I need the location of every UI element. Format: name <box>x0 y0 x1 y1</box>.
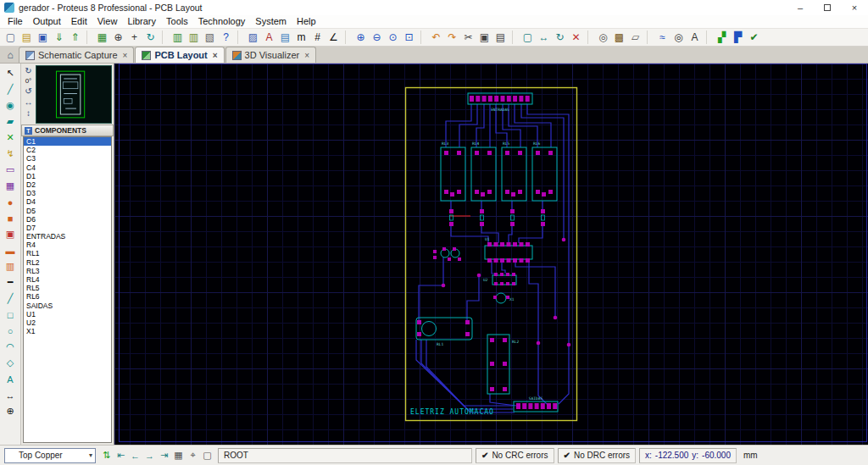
component-list-item[interactable]: D6 <box>24 215 111 224</box>
component-list-item[interactable]: RL4 <box>24 275 111 284</box>
block-rotate-icon[interactable]: ↻ <box>552 30 568 46</box>
smt-pad-icon[interactable]: ▬ <box>2 242 19 258</box>
component-list-item[interactable]: C2 <box>24 146 111 154</box>
component-mode-icon[interactable]: ▭ <box>2 162 19 178</box>
block-move-icon[interactable]: ↔ <box>536 30 552 46</box>
dimension-icon[interactable]: ↔ <box>2 387 19 403</box>
paste-icon[interactable]: ▤ <box>492 30 509 46</box>
2d-path-icon[interactable]: ◇ <box>2 355 19 371</box>
text-style-icon[interactable]: A <box>261 30 277 46</box>
2d-circle-icon[interactable]: ○ <box>2 323 19 339</box>
tab-close-icon[interactable]: × <box>213 51 218 60</box>
zoom-area-icon[interactable]: ⊡ <box>401 30 417 46</box>
relay-rl5[interactable]: RL5 <box>502 141 526 201</box>
track-mode-icon[interactable]: ╱ <box>2 81 19 97</box>
discrete-components[interactable] <box>433 247 461 261</box>
component-list-item[interactable]: RL6 <box>24 292 111 301</box>
export-section-icon[interactable]: ⇑ <box>67 30 83 46</box>
component-list-item[interactable]: U2 <box>24 318 111 327</box>
zoom-out-icon[interactable]: ⊖ <box>369 30 385 46</box>
redo-icon[interactable]: ↷ <box>444 30 460 46</box>
zoom-in-icon[interactable]: ⊕ <box>353 30 369 46</box>
menu-view[interactable]: View <box>92 15 123 28</box>
pcb-canvas[interactable]: ENTRADAS RL3 RL4 RL5 RL6 <box>114 64 868 445</box>
search-tag-icon[interactable]: ◎ <box>670 30 687 46</box>
component-list-item[interactable]: D1 <box>24 172 111 180</box>
padstack-icon[interactable]: ▥ <box>2 258 19 274</box>
component-list-item[interactable]: D5 <box>24 207 111 215</box>
help-icon[interactable]: ? <box>218 30 234 46</box>
component-list-item[interactable]: C3 <box>24 154 111 163</box>
menu-edit[interactable]: Edit <box>66 15 92 28</box>
component-list-item[interactable]: RL3 <box>24 267 111 275</box>
square-pad-icon[interactable]: ■ <box>2 210 19 226</box>
menu-system[interactable]: System <box>250 15 292 28</box>
goto-first-layer-icon[interactable]: ⇤ <box>114 448 128 462</box>
ratsnest-icon[interactable]: ▞ <box>714 30 730 46</box>
cursor-snap-icon[interactable]: + <box>126 30 142 46</box>
relay-rl2[interactable]: RL2 <box>487 335 519 394</box>
undo-icon[interactable]: ↶ <box>428 30 444 46</box>
angle-lock-icon[interactable]: ∠ <box>326 30 342 46</box>
layer-selector[interactable]: Top Copper ▾ <box>4 448 96 463</box>
drc-report-icon[interactable]: ✔ <box>746 30 762 46</box>
library-picker-icon[interactable]: ▥ <box>170 30 186 46</box>
overview-minimap[interactable] <box>36 65 112 124</box>
mirror-vertical-icon[interactable]: ↕ <box>22 108 35 119</box>
goto-last-layer-icon[interactable]: ⇥ <box>157 448 171 462</box>
home-tab-icon[interactable]: ⌂ <box>2 47 19 63</box>
crc-status[interactable]: ✔ No CRC errors <box>476 448 554 463</box>
ic-u2[interactable]: U2 <box>483 273 516 285</box>
origin-marker-icon[interactable]: ⊕ <box>2 403 19 419</box>
component-list-item[interactable]: RL5 <box>24 284 111 292</box>
diode-row[interactable] <box>449 209 545 226</box>
component-list-item[interactable]: C1 <box>24 137 111 146</box>
component-list-item[interactable]: ENTRADAS <box>24 232 111 241</box>
component-list-item[interactable]: D7 <box>24 224 111 232</box>
component-list-item[interactable]: R4 <box>24 241 111 249</box>
connectivity-highlight-icon[interactable]: ↯ <box>2 146 19 162</box>
maximize-button[interactable] <box>814 0 841 15</box>
design-explorer-icon[interactable]: ▤ <box>277 30 293 46</box>
relay-rl3[interactable]: RL3 <box>441 141 465 201</box>
tab-close-icon[interactable]: × <box>304 51 309 60</box>
relay-rl6[interactable]: RL6 <box>532 141 557 201</box>
package-library-icon[interactable]: ▥ <box>186 30 202 46</box>
dil-pad-icon[interactable]: ▣ <box>2 226 19 242</box>
block-copy-icon[interactable]: ▢ <box>520 30 536 46</box>
power-plane-icon[interactable]: ▛ <box>730 30 746 46</box>
menu-library[interactable]: Library <box>122 15 161 28</box>
menu-tools[interactable]: Tools <box>161 15 193 28</box>
clear-filter-icon[interactable]: ▢ <box>200 448 214 462</box>
component-list-item[interactable]: SAIDAS <box>24 302 111 310</box>
auto-router-icon[interactable]: ≈ <box>654 30 670 46</box>
grid-toggle-icon[interactable]: ▦ <box>94 30 110 46</box>
2d-box-icon[interactable]: □ <box>2 307 19 323</box>
prev-layer-icon[interactable]: ← <box>128 448 142 462</box>
menu-technology[interactable]: Technology <box>193 15 251 28</box>
open-design-icon[interactable]: ▤ <box>19 30 35 46</box>
copy-icon[interactable]: ▣ <box>476 30 492 46</box>
save-design-icon[interactable]: ▣ <box>35 30 51 46</box>
menu-file[interactable]: File <box>3 15 28 28</box>
component-list-item[interactable]: C4 <box>24 163 111 172</box>
2d-text-icon[interactable]: A <box>2 371 19 387</box>
zoom-all-icon[interactable]: ⊙ <box>385 30 401 46</box>
cut-icon[interactable]: ✂ <box>460 30 476 46</box>
snap-grid-icon[interactable]: # <box>309 30 326 46</box>
metric-toggle-icon[interactable]: m <box>293 30 309 46</box>
component-list-item[interactable]: D2 <box>24 180 111 189</box>
auto-name-icon[interactable]: A <box>687 30 703 46</box>
via-mode-icon[interactable]: ◉ <box>2 97 19 113</box>
2d-arc-icon[interactable]: ◠ <box>2 339 19 355</box>
component-list-item[interactable]: D4 <box>24 197 111 206</box>
mirror-horizontal-icon[interactable]: ↔ <box>22 97 35 108</box>
tab-3d-visualizer[interactable]: 3D Visualizer × <box>225 47 316 63</box>
next-layer-icon[interactable]: → <box>142 448 157 462</box>
component-list-item[interactable]: D3 <box>24 189 111 197</box>
2d-line-icon[interactable]: ╱ <box>2 291 19 307</box>
decompose-icon[interactable]: ▱ <box>627 30 643 46</box>
block-delete-icon[interactable]: ✕ <box>568 30 584 46</box>
tab-close-icon[interactable]: × <box>123 51 128 60</box>
import-section-icon[interactable]: ⇓ <box>51 30 67 46</box>
